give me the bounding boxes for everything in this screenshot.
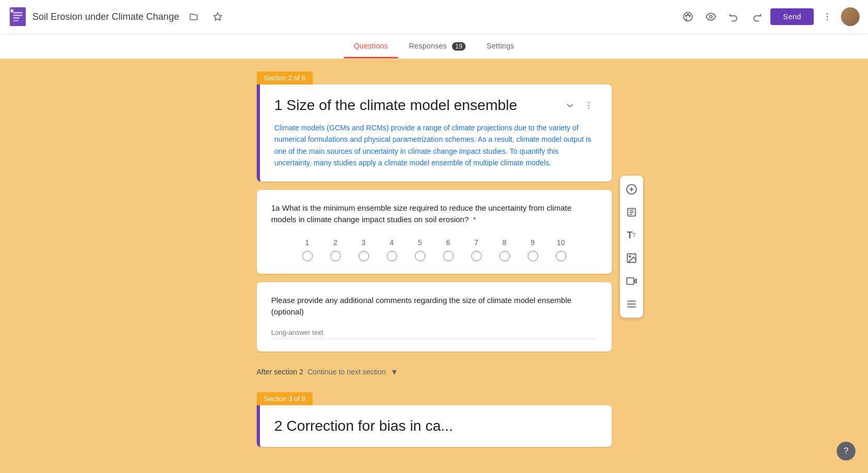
- svg-rect-4: [13, 20, 18, 21]
- comments-input[interactable]: [271, 326, 597, 339]
- svg-point-10: [686, 15, 687, 16]
- rating-radio-9[interactable]: [519, 251, 547, 261]
- rating-num-8: 8: [491, 238, 519, 247]
- tab-settings[interactable]: Settings: [476, 33, 525, 58]
- svg-point-30: [629, 256, 631, 257]
- after-section: After section 2 Continue to next section…: [257, 360, 612, 384]
- send-button[interactable]: Send: [770, 8, 814, 25]
- star-icon[interactable]: [208, 7, 227, 26]
- svg-rect-3: [13, 17, 20, 19]
- add-video-btn[interactable]: [620, 270, 643, 293]
- section3-badge: Section 3 of 8: [257, 392, 313, 405]
- content-area: Section 2 of 8 1 Size of the climate mod…: [257, 71, 612, 447]
- rating-num-6: 6: [434, 238, 462, 247]
- topbar: Soil Erosion under Climate Change: [0, 0, 868, 33]
- section2-wrapper: Section 2 of 8 1 Size of the climate mod…: [257, 71, 612, 190]
- floating-toolbar: T T: [620, 176, 643, 318]
- rating-num-7: 7: [462, 238, 491, 247]
- question1a-text: 1a What is the minimum ensemble size req…: [271, 202, 597, 226]
- rating-radio-1[interactable]: [293, 251, 322, 261]
- svg-point-19: [588, 102, 589, 103]
- svg-point-21: [588, 107, 589, 108]
- section2-description: Climate models (GCMs and RCMs) provide a…: [275, 122, 597, 169]
- tab-responses[interactable]: Responses 19: [398, 33, 476, 58]
- rating-radios: [293, 251, 575, 261]
- nav-tabs: Questions Responses 19 Settings: [0, 33, 868, 59]
- section2-header: 1 Size of the climate model ensemble: [275, 97, 597, 114]
- rating-radio-5[interactable]: [406, 251, 434, 261]
- help-button[interactable]: ?: [837, 442, 855, 460]
- rating-num-9: 9: [519, 238, 547, 247]
- section2-badge: Section 2 of 8: [257, 71, 313, 84]
- section3-wrapper: Section 3 of 8 2 Correction for bias in …: [257, 392, 612, 447]
- section3-card: 2 Correction for bias in ca...: [257, 405, 612, 447]
- required-star: *: [473, 215, 476, 224]
- tab-questions[interactable]: Questions: [343, 33, 399, 58]
- rating-radio-6[interactable]: [434, 251, 462, 261]
- rating-radio-10[interactable]: [547, 251, 575, 261]
- folder-icon[interactable]: [184, 7, 203, 26]
- document-title: Soil Erosion under Climate Change: [32, 11, 179, 22]
- add-section-btn[interactable]: [620, 293, 643, 316]
- rating-num-10: 10: [547, 238, 575, 247]
- google-forms-icon: [8, 6, 27, 27]
- rating-num-4: 4: [378, 238, 406, 247]
- svg-point-14: [827, 13, 828, 15]
- rating-radio-8[interactable]: [491, 251, 519, 261]
- after-section-prefix: After section 2: [257, 368, 304, 376]
- svg-line-17: [567, 104, 569, 107]
- svg-point-16: [827, 19, 828, 21]
- rating-radio-4[interactable]: [378, 251, 406, 261]
- topbar-left: Soil Erosion under Climate Change: [8, 6, 679, 27]
- svg-point-12: [689, 15, 691, 16]
- preview-icon[interactable]: [701, 7, 720, 26]
- svg-point-13: [710, 16, 712, 18]
- add-question-btn[interactable]: [620, 178, 643, 201]
- more-options-icon[interactable]: [818, 7, 837, 26]
- add-title-btn[interactable]: T T: [620, 224, 643, 247]
- more-section-icon[interactable]: [580, 97, 597, 114]
- rating-radio-2[interactable]: [322, 251, 350, 261]
- rating-num-2: 2: [322, 238, 350, 247]
- section2-card: 1 Size of the climate model ensemble: [257, 84, 612, 181]
- section2-actions: [562, 97, 597, 114]
- add-image-btn[interactable]: [620, 247, 643, 270]
- svg-line-18: [570, 104, 573, 107]
- rating-radio-3[interactable]: [350, 251, 378, 261]
- comments-label: Please provide any additional comments r…: [271, 295, 597, 318]
- rating-numbers: 1 2 3 4 5 6 7 8 9 10: [293, 238, 575, 247]
- rating-num-5: 5: [406, 238, 434, 247]
- svg-point-20: [588, 105, 589, 106]
- svg-marker-8: [214, 13, 222, 20]
- rating-scale: 1 2 3 4 5 6 7 8 9 10: [271, 238, 597, 261]
- collapse-icon[interactable]: [562, 97, 578, 114]
- svg-rect-1: [13, 12, 22, 14]
- section2-title: 1 Size of the climate model ensemble: [275, 97, 562, 114]
- section3-title: 2 Correction for bias in ca...: [275, 418, 453, 434]
- comments-card: Please provide any additional comments r…: [257, 282, 612, 351]
- question1a-card: 1a What is the minimum ensemble size req…: [257, 190, 612, 274]
- avatar[interactable]: [841, 7, 860, 26]
- svg-point-15: [827, 16, 828, 18]
- import-question-btn[interactable]: [620, 201, 643, 224]
- rating-num-1: 1: [293, 238, 322, 247]
- after-section-dropdown[interactable]: ▾: [392, 366, 397, 378]
- main-content: Section 2 of 8 1 Size of the climate mod…: [0, 59, 868, 459]
- rating-num-3: 3: [350, 238, 378, 247]
- rating-radio-7[interactable]: [462, 251, 491, 261]
- svg-rect-2: [13, 15, 22, 16]
- topbar-right: Send: [679, 7, 860, 26]
- svg-rect-31: [626, 278, 634, 285]
- redo-icon[interactable]: [747, 7, 766, 26]
- responses-badge: 19: [452, 42, 466, 51]
- undo-icon[interactable]: [724, 7, 743, 26]
- after-section-value: Continue to next section: [307, 368, 386, 376]
- palette-icon[interactable]: [679, 7, 697, 26]
- svg-point-11: [687, 14, 689, 16]
